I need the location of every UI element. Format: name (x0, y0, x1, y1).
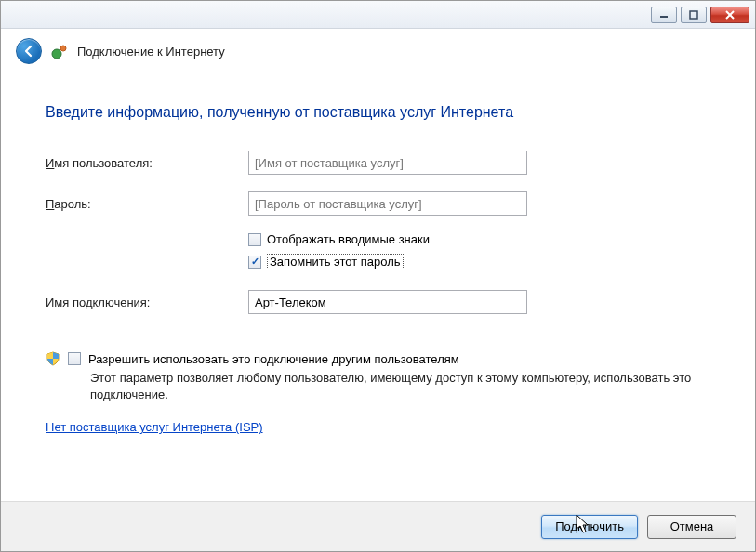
maximize-button[interactable] (681, 7, 707, 23)
content-area: Введите информацию, полученную от постав… (1, 78, 755, 443)
password-input[interactable]: [Пароль от поставщика услуг] (248, 191, 527, 216)
header: Подключение к Интернету (1, 29, 755, 78)
svg-point-4 (52, 49, 61, 59)
connection-name-row: Имя подключения: Арт-Телеком (46, 290, 710, 314)
globe-network-icon (51, 43, 68, 59)
allow-section: Разрешить использовать это подключение д… (46, 351, 710, 403)
password-label: Пароль: (46, 197, 248, 211)
show-chars-checkbox[interactable] (248, 233, 261, 246)
remember-label: Запомнить этот пароль (267, 254, 404, 269)
remember-checkbox[interactable] (248, 256, 261, 269)
allow-others-checkbox[interactable] (68, 352, 81, 365)
cancel-button[interactable]: Отмена (647, 515, 736, 539)
back-button[interactable] (16, 38, 42, 64)
show-chars-row: Отображать вводимые знаки (248, 232, 710, 246)
page-heading: Введите информацию, полученную от постав… (46, 104, 710, 121)
header-title: Подключение к Интернету (77, 45, 225, 59)
username-label: Имя пользователя: (46, 156, 248, 170)
allow-others-label: Разрешить использовать это подключение д… (88, 352, 459, 366)
connect-button[interactable]: Подключить (541, 515, 638, 539)
isp-link[interactable]: Нет поставщика услуг Интернета (ISP) (46, 420, 263, 434)
minimize-button[interactable] (651, 7, 677, 23)
svg-point-5 (60, 46, 66, 51)
allow-others-desc: Этот параметр позволяет любому пользоват… (90, 370, 710, 403)
connection-name-label: Имя подключения: (46, 296, 248, 309)
remember-row: Запомнить этот пароль (248, 254, 710, 269)
password-row: Пароль: [Пароль от поставщика услуг] (46, 191, 710, 216)
show-chars-label: Отображать вводимые знаки (267, 232, 430, 246)
wizard-window: Подключение к Интернету Введите информац… (0, 0, 756, 552)
close-button[interactable] (710, 7, 749, 23)
svg-rect-1 (690, 11, 697, 19)
username-row: Имя пользователя: [Имя от поставщика усл… (46, 151, 710, 175)
username-input[interactable]: [Имя от поставщика услуг] (248, 151, 527, 175)
titlebar (1, 1, 755, 29)
shield-icon (46, 351, 60, 366)
footer: Подключить Отмена (1, 501, 755, 551)
connection-name-input[interactable]: Арт-Телеком (248, 290, 527, 314)
